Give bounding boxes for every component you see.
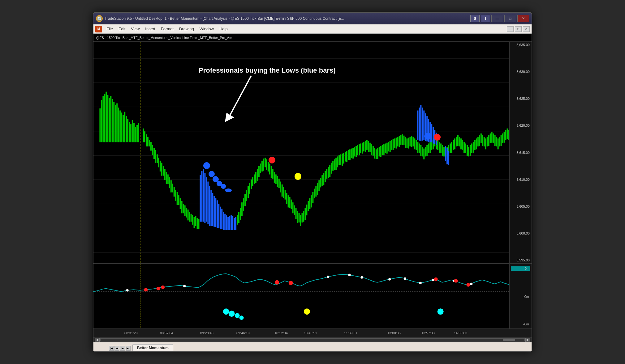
menu-edit[interactable]: Edit bbox=[116, 26, 128, 32]
price-label-3: 3,625.00 bbox=[510, 97, 531, 100]
s-button[interactable]: S bbox=[470, 15, 480, 22]
svg-rect-111 bbox=[294, 205, 295, 215]
main-chart[interactable]: Professionals buying the Lows (blue bars… bbox=[93, 42, 532, 264]
svg-rect-145 bbox=[347, 151, 347, 162]
svg-rect-252 bbox=[201, 171, 202, 221]
horizontal-scrollbar[interactable]: ◀ ▶ bbox=[93, 337, 532, 342]
svg-rect-75 bbox=[239, 212, 239, 223]
svg-rect-226 bbox=[471, 144, 472, 153]
svg-rect-114 bbox=[299, 213, 300, 222]
svg-rect-162 bbox=[373, 146, 373, 155]
svg-rect-154 bbox=[360, 144, 361, 153]
svg-rect-88 bbox=[258, 166, 259, 177]
tab-better-momentum[interactable]: Better Momentum bbox=[132, 344, 173, 351]
svg-rect-94 bbox=[268, 162, 269, 171]
svg-point-308 bbox=[156, 287, 160, 290]
price-label-8: 3,600.00 bbox=[510, 231, 531, 235]
svg-rect-158 bbox=[366, 140, 367, 150]
svg-rect-219 bbox=[460, 139, 461, 149]
svg-rect-181 bbox=[402, 134, 403, 145]
svg-point-317 bbox=[235, 313, 240, 318]
svg-rect-233 bbox=[482, 135, 483, 146]
svg-rect-269 bbox=[228, 217, 229, 230]
scroll-thumb[interactable] bbox=[503, 339, 515, 341]
time-label-9: 13:57:33 bbox=[421, 331, 435, 335]
scroll-right-button[interactable]: ▶ bbox=[525, 338, 530, 342]
svg-rect-133 bbox=[328, 167, 329, 178]
svg-rect-26 bbox=[123, 115, 124, 142]
menu-restore-button[interactable]: — bbox=[507, 26, 514, 32]
menu-maximize-button[interactable]: □ bbox=[515, 26, 522, 32]
svg-rect-229 bbox=[476, 139, 477, 149]
svg-rect-98 bbox=[274, 172, 275, 183]
tab-first-button[interactable]: |◀ bbox=[109, 346, 114, 351]
svg-rect-152 bbox=[357, 146, 358, 155]
window-title: TradeStation 9.5 - Untitled Desktop: 1 -… bbox=[105, 16, 470, 21]
minimize-button[interactable]: — bbox=[491, 15, 503, 22]
svg-rect-163 bbox=[374, 148, 375, 159]
time-label-4: 09:46:19 bbox=[236, 331, 250, 335]
svg-rect-109 bbox=[291, 200, 292, 209]
menu-file[interactable]: File bbox=[104, 26, 115, 32]
time-label-10: 14:35:03 bbox=[454, 331, 467, 335]
svg-rect-73 bbox=[198, 219, 199, 229]
svg-point-316 bbox=[229, 311, 235, 317]
svg-rect-38 bbox=[144, 132, 145, 142]
svg-rect-113 bbox=[297, 211, 298, 223]
svg-point-300 bbox=[360, 276, 363, 279]
svg-rect-160 bbox=[369, 143, 370, 152]
main-window: 🔄 TradeStation 9.5 - Untitled Desktop: 1… bbox=[93, 12, 532, 352]
blue-dot-6 bbox=[225, 188, 232, 192]
svg-rect-122 bbox=[311, 196, 312, 207]
svg-rect-180 bbox=[400, 135, 401, 145]
menu-window[interactable]: Window bbox=[197, 26, 216, 32]
svg-rect-249 bbox=[507, 129, 508, 139]
svg-rect-93 bbox=[266, 159, 267, 170]
svg-rect-182 bbox=[403, 136, 404, 145]
svg-rect-241 bbox=[494, 135, 495, 146]
svg-rect-222 bbox=[465, 144, 466, 153]
svg-rect-130 bbox=[323, 173, 324, 185]
tab-prev-button[interactable]: ◀ bbox=[114, 346, 119, 351]
indicator-panel: _MTF_Better_Momentum_2 bbox=[93, 264, 532, 328]
scroll-left-button[interactable]: ◀ bbox=[95, 338, 100, 342]
svg-rect-18 bbox=[110, 96, 111, 142]
close-button[interactable]: ✕ bbox=[517, 15, 529, 22]
tab-next-button[interactable]: ▶ bbox=[120, 346, 125, 351]
menu-help[interactable]: Help bbox=[217, 26, 230, 32]
svg-rect-169 bbox=[383, 145, 384, 155]
svg-rect-253 bbox=[203, 169, 204, 222]
svg-rect-64 bbox=[184, 205, 185, 216]
svg-rect-44 bbox=[153, 148, 154, 159]
svg-rect-136 bbox=[333, 161, 334, 171]
svg-rect-270 bbox=[229, 216, 230, 230]
svg-rect-108 bbox=[289, 197, 290, 208]
price-label-9: 3,595.00 bbox=[510, 258, 531, 262]
svg-rect-285 bbox=[433, 127, 434, 143]
i-button[interactable]: I bbox=[481, 15, 490, 22]
svg-rect-272 bbox=[232, 216, 233, 230]
svg-rect-238 bbox=[490, 134, 491, 143]
menu-drawing[interactable]: Drawing bbox=[177, 26, 196, 32]
menu-view[interactable]: View bbox=[128, 26, 142, 32]
svg-rect-240 bbox=[493, 134, 494, 143]
svg-rect-97 bbox=[272, 169, 273, 179]
svg-rect-239 bbox=[491, 132, 492, 142]
svg-point-310 bbox=[275, 280, 279, 285]
svg-rect-179 bbox=[399, 136, 400, 147]
svg-point-312 bbox=[434, 277, 438, 281]
scroll-track[interactable] bbox=[100, 338, 525, 341]
menu-close-button[interactable]: ✕ bbox=[523, 26, 530, 32]
svg-rect-184 bbox=[407, 139, 407, 148]
svg-rect-92 bbox=[265, 158, 265, 167]
tab-last-button[interactable]: ▶| bbox=[126, 346, 131, 351]
menu-insert[interactable]: Insert bbox=[143, 26, 158, 32]
svg-rect-173 bbox=[390, 141, 390, 152]
svg-rect-231 bbox=[479, 135, 480, 146]
svg-rect-248 bbox=[505, 130, 506, 140]
menu-format[interactable]: Format bbox=[158, 26, 176, 32]
svg-rect-135 bbox=[331, 163, 332, 173]
svg-rect-293 bbox=[93, 264, 509, 328]
maximize-button[interactable]: □ bbox=[504, 15, 516, 22]
svg-rect-78 bbox=[243, 198, 244, 211]
